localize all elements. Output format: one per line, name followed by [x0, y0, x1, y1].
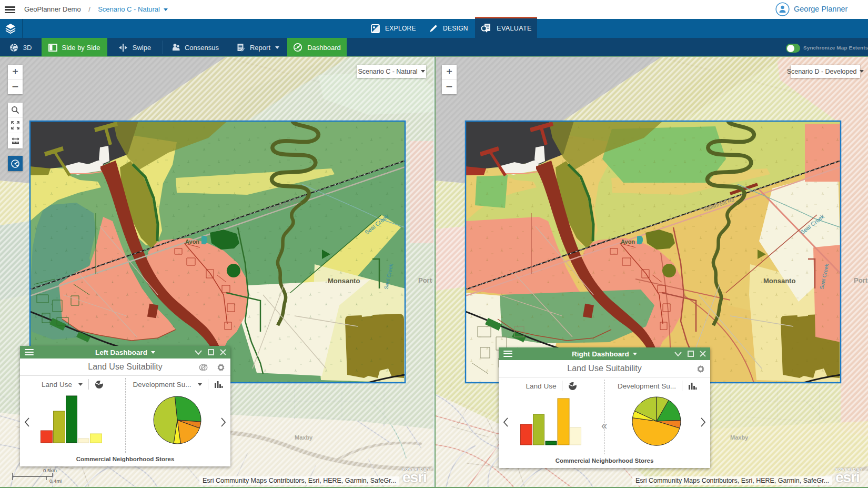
svg-text:Monsanto: Monsanto — [763, 277, 795, 285]
svg-text:Port: Port — [854, 276, 868, 284]
svg-text:0.5km: 0.5km — [43, 467, 57, 473]
svg-text:Avon: Avon — [621, 238, 635, 245]
svg-text:Maxby: Maxby — [295, 434, 313, 441]
svg-text:Avon: Avon — [185, 238, 199, 245]
svg-text:0.4mi: 0.4mi — [49, 478, 62, 484]
svg-text:Maxby: Maxby — [730, 434, 749, 441]
svg-text:Port: Port — [418, 276, 432, 284]
svg-text:Monsanto: Monsanto — [328, 277, 360, 285]
